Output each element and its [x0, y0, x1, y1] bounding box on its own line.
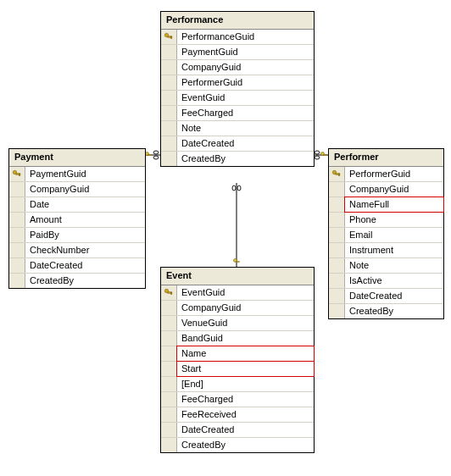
- field-name: CreatedBy: [25, 274, 145, 288]
- field-row[interactable]: PaymentGuid: [161, 45, 314, 60]
- field-gutter: [161, 331, 177, 346]
- table-title: Event: [161, 268, 314, 285]
- field-name: CreatedBy: [177, 438, 314, 452]
- field-row[interactable]: DateCreated: [161, 136, 314, 152]
- field-name: Amount: [25, 213, 145, 227]
- field-row[interactable]: Name: [161, 346, 314, 362]
- table-payment[interactable]: PaymentPaymentGuidCompanyGuidDateAmountP…: [8, 148, 146, 289]
- field-name: NameFull: [344, 196, 444, 213]
- field-name: DateCreated: [345, 289, 443, 303]
- field-name: CheckNumber: [25, 243, 145, 257]
- field-name: DateCreated: [25, 258, 145, 273]
- svg-point-4: [153, 156, 159, 159]
- field-row[interactable]: EventGuid: [161, 285, 314, 301]
- field-row[interactable]: PerformerGuid: [161, 75, 314, 91]
- field-row[interactable]: PaidBy: [9, 228, 145, 243]
- field-row[interactable]: [End]: [161, 377, 314, 392]
- svg-rect-2: [148, 155, 152, 156]
- field-row[interactable]: Instrument: [329, 243, 443, 258]
- field-gutter: [329, 258, 345, 273]
- field-row[interactable]: Phone: [329, 213, 443, 228]
- field-row[interactable]: FeeReceived: [161, 407, 314, 423]
- field-name: VenueGuid: [177, 316, 314, 330]
- svg-point-6: [315, 151, 320, 154]
- field-name: IsActive: [345, 274, 443, 288]
- field-row[interactable]: Start: [161, 362, 314, 377]
- svg-rect-14: [237, 262, 240, 263]
- field-row[interactable]: CreatedBy: [161, 152, 314, 166]
- field-gutter: [9, 274, 25, 288]
- field-row[interactable]: PaymentGuid: [9, 167, 145, 182]
- field-row[interactable]: Date: [9, 197, 145, 213]
- field-row[interactable]: NameFull: [329, 197, 443, 213]
- field-row[interactable]: DateCreated: [161, 423, 314, 438]
- field-name: DateCreated: [177, 423, 314, 437]
- field-row[interactable]: CompanyGuid: [161, 60, 314, 75]
- field-row[interactable]: Email: [329, 228, 443, 243]
- field-row[interactable]: DateCreated: [329, 289, 443, 304]
- field-row[interactable]: Amount: [9, 213, 145, 228]
- field-row[interactable]: CreatedBy: [9, 274, 145, 288]
- field-row[interactable]: FeeCharged: [161, 106, 314, 121]
- field-name: CreatedBy: [177, 152, 314, 166]
- relation-performance-performer: [313, 151, 328, 159]
- field-row[interactable]: PerformanceGuid: [161, 30, 314, 45]
- field-row[interactable]: IsActive: [329, 274, 443, 289]
- table-title: Performance: [161, 12, 314, 30]
- field-gutter: [161, 121, 177, 136]
- svg-rect-23: [338, 174, 339, 175]
- field-name: DateCreated: [177, 136, 314, 151]
- field-name: PaymentGuid: [177, 45, 314, 59]
- field-name: FeeCharged: [177, 392, 314, 407]
- field-row[interactable]: CompanyGuid: [329, 182, 443, 197]
- table-title: Performer: [329, 149, 443, 167]
- field-gutter: [161, 438, 177, 452]
- field-name: PaymentGuid: [25, 167, 145, 181]
- field-gutter: [329, 289, 345, 303]
- field-gutter: [161, 316, 177, 330]
- table-event[interactable]: EventEventGuidCompanyGuidVenueGuidBandGu…: [160, 267, 315, 453]
- field-row[interactable]: VenueGuid: [161, 316, 314, 331]
- table-performer[interactable]: PerformerPerformerGuidCompanyGuidNameFul…: [328, 148, 444, 319]
- svg-point-11: [232, 185, 236, 191]
- field-gutter: [161, 75, 177, 90]
- field-row[interactable]: BandGuid: [161, 331, 314, 346]
- field-name: Phone: [345, 213, 443, 227]
- field-row[interactable]: Note: [161, 121, 314, 136]
- field-gutter: [9, 213, 25, 227]
- field-row[interactable]: CheckNumber: [9, 243, 145, 258]
- field-row[interactable]: CreatedBy: [329, 304, 443, 318]
- field-gutter: [161, 392, 177, 407]
- svg-point-12: [237, 185, 241, 191]
- svg-rect-20: [170, 36, 171, 38]
- field-name: Date: [25, 197, 145, 212]
- field-name: CompanyGuid: [177, 60, 314, 75]
- field-name: Instrument: [345, 243, 443, 257]
- field-name: Start: [176, 361, 315, 377]
- field-row[interactable]: EventGuid: [161, 91, 314, 106]
- field-row[interactable]: CreatedBy: [161, 438, 314, 452]
- field-row[interactable]: FeeCharged: [161, 392, 314, 407]
- field-name: CompanyGuid: [345, 182, 443, 196]
- field-name: BandGuid: [177, 331, 314, 346]
- relation-payment-performance: [144, 151, 160, 159]
- field-row[interactable]: DateCreated: [9, 258, 145, 274]
- field-name: PerformanceGuid: [177, 30, 314, 44]
- field-name: FeeReceived: [177, 407, 314, 422]
- field-name: FeeCharged: [177, 106, 314, 120]
- field-gutter: [9, 228, 25, 242]
- field-row[interactable]: PerformerGuid: [329, 167, 443, 182]
- field-gutter: [161, 362, 177, 376]
- field-name: CompanyGuid: [25, 182, 145, 196]
- field-row[interactable]: Note: [329, 258, 443, 274]
- field-gutter: [161, 91, 177, 105]
- field-row[interactable]: CompanyGuid: [161, 301, 314, 316]
- field-gutter: [329, 182, 345, 196]
- field-name: EventGuid: [177, 91, 314, 105]
- field-name: PerformerGuid: [177, 75, 314, 90]
- field-name: CreatedBy: [345, 304, 443, 318]
- table-performance[interactable]: PerformancePerformanceGuidPaymentGuidCom…: [160, 11, 315, 167]
- field-row[interactable]: CompanyGuid: [9, 182, 145, 197]
- field-gutter: [161, 301, 177, 315]
- svg-point-3: [153, 151, 159, 154]
